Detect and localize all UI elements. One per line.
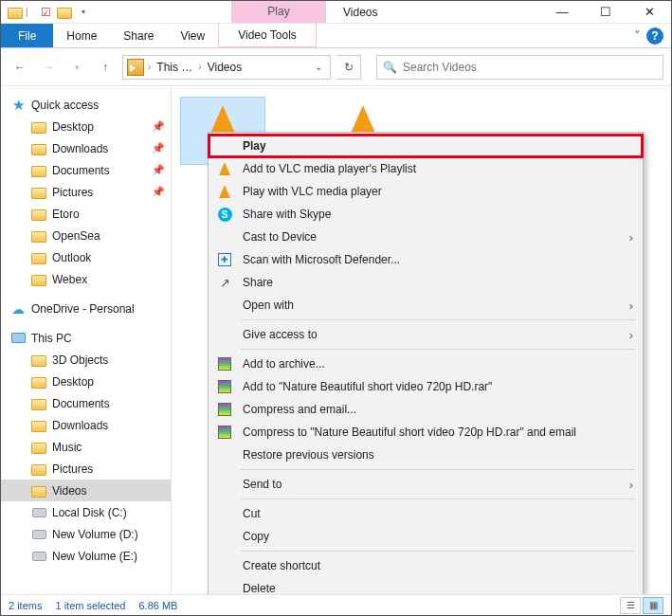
tab-video-tools[interactable]: Video Tools <box>218 23 317 47</box>
context-menu-item[interactable]: Open with› <box>209 294 643 317</box>
context-menu-label: Create shortcut <box>243 559 633 572</box>
sidebar-this-pc[interactable]: This PC <box>1 327 171 349</box>
sidebar-item-label: OneDrive - Personal <box>31 302 135 316</box>
search-icon: 🔍 <box>383 61 397 74</box>
sidebar-item[interactable]: Documents <box>1 392 171 414</box>
blank-icon <box>214 528 235 545</box>
close-button[interactable]: ✕ <box>627 1 671 24</box>
context-menu-item[interactable]: Copy <box>209 525 643 548</box>
qat-separator: | <box>26 7 35 17</box>
navigation-pane[interactable]: ★ Quick access Desktop📌Downloads📌Documen… <box>1 86 172 594</box>
context-menu-label: Add to "Nature Beautiful short video 720… <box>243 380 633 393</box>
pin-icon: 📌 <box>152 120 165 133</box>
sidebar-item[interactable]: OpenSea <box>1 225 171 246</box>
back-button[interactable]: ← <box>9 56 31 79</box>
refresh-button[interactable]: ↻ <box>336 55 361 80</box>
context-menu-item[interactable]: Compress to "Nature Beautiful short vide… <box>209 421 643 444</box>
context-menu-label: Delete <box>243 582 633 595</box>
sidebar-item-label: Desktop <box>52 375 94 389</box>
address-bar[interactable]: › This … › Videos ⌄ <box>122 55 331 80</box>
context-menu-label: Give access to <box>243 328 629 341</box>
search-input[interactable] <box>403 61 657 74</box>
icons-view-button[interactable]: ▦ <box>643 597 663 614</box>
sidebar-item[interactable]: Downloads📌 <box>1 137 171 159</box>
sidebar-item-label: Local Disk (C:) <box>52 506 127 519</box>
sidebar-item[interactable]: New Volume (D:) <box>1 523 171 545</box>
sidebar-item[interactable]: New Volume (E:) <box>1 545 171 567</box>
sidebar-item[interactable]: Documents📌 <box>1 159 171 181</box>
context-menu-item[interactable]: Cast to Device› <box>209 226 643 248</box>
context-menu-item[interactable]: Send to› <box>209 473 643 496</box>
archive-icon <box>214 378 235 395</box>
explorer-icon[interactable] <box>7 4 24 21</box>
properties-qat-icon[interactable]: ☑ <box>37 4 54 21</box>
tab-home[interactable]: Home <box>53 24 110 47</box>
context-menu-item[interactable]: ↗Share <box>209 271 643 294</box>
maximize-button[interactable]: ☐ <box>584 1 627 24</box>
search-box[interactable]: 🔍 <box>376 55 663 80</box>
context-menu-item[interactable]: Play <box>209 135 643 157</box>
vlc-file-icon <box>335 98 391 136</box>
context-menu-label: Send to <box>243 478 629 491</box>
context-menu-separator <box>241 469 635 470</box>
blank-icon <box>214 446 235 463</box>
chevron-right-icon[interactable]: › <box>196 62 203 72</box>
recent-locations-icon[interactable]: ▾ <box>65 56 88 79</box>
context-menu-item[interactable]: Add to VLC media player's Playlist <box>209 157 643 180</box>
sidebar-onedrive[interactable]: ☁ OneDrive - Personal <box>1 298 171 319</box>
archive-icon <box>214 401 235 418</box>
details-view-button[interactable]: ☰ <box>620 597 641 614</box>
sidebar-item[interactable]: Etoro <box>1 203 171 225</box>
context-menu-item[interactable]: ✚Scan with Microsoft Defender... <box>209 248 643 271</box>
help-icon[interactable]: ? <box>646 27 663 45</box>
sidebar-item[interactable]: Pictures <box>1 458 171 480</box>
tab-view[interactable]: View <box>167 24 218 47</box>
context-menu-item[interactable]: Create shortcut <box>209 554 643 577</box>
title-bar: | ☑ ▾ Play Videos — ☐ ✕ <box>1 1 671 24</box>
breadcrumb-segment[interactable]: Videos <box>206 61 244 74</box>
sidebar-item[interactable]: Videos <box>1 480 171 501</box>
sidebar-item[interactable]: Outlook <box>1 246 171 268</box>
qat-dropdown-icon[interactable]: ▾ <box>75 4 92 21</box>
context-menu-separator <box>241 349 635 350</box>
context-menu-item[interactable]: Give access to› <box>209 323 643 346</box>
context-menu-label: Restore previous versions <box>243 448 633 462</box>
context-menu-item[interactable]: SShare with Skype <box>209 203 643 226</box>
tab-file[interactable]: File <box>1 24 53 47</box>
context-menu-label: Cut <box>243 507 633 520</box>
sidebar-item[interactable]: Pictures📌 <box>1 181 171 203</box>
context-menu-item[interactable]: Add to archive... <box>209 353 643 375</box>
new-folder-qat-icon[interactable] <box>56 4 73 21</box>
sidebar-item[interactable]: Local Disk (C:) <box>1 501 171 523</box>
sidebar-item[interactable]: Webex <box>1 268 171 290</box>
tab-share[interactable]: Share <box>110 24 167 47</box>
context-menu-item[interactable]: Restore previous versions <box>209 444 643 466</box>
context-menu-item[interactable]: Add to "Nature Beautiful short video 720… <box>209 375 643 398</box>
sidebar-item[interactable]: Desktop <box>1 371 171 392</box>
sidebar-item-label: New Volume (D:) <box>52 528 138 541</box>
sidebar-item[interactable]: Music <box>1 436 171 458</box>
sidebar-item-label: OpenSea <box>52 229 100 243</box>
minimize-button[interactable]: — <box>540 1 584 24</box>
ribbon-expand-icon[interactable]: ˅ <box>634 28 641 43</box>
sidebar-item-label: Downloads <box>52 142 108 155</box>
pin-icon: 📌 <box>152 164 165 176</box>
sidebar-item[interactable]: 3D Objects <box>1 349 171 371</box>
status-size: 6.86 MB <box>138 600 177 611</box>
blank-icon <box>214 326 235 343</box>
sidebar-quick-access[interactable]: ★ Quick access <box>1 94 171 116</box>
folder-icon <box>31 141 46 156</box>
folder-icon <box>31 374 46 390</box>
context-menu-item[interactable]: Play with VLC media player <box>209 180 643 203</box>
sidebar-item[interactable]: Desktop📌 <box>1 116 171 137</box>
address-dropdown-icon[interactable]: ⌄ <box>311 62 326 72</box>
sidebar-item[interactable]: Downloads <box>1 414 171 436</box>
breadcrumb-segment[interactable]: This … <box>154 61 194 74</box>
up-button[interactable]: ↑ <box>94 56 117 79</box>
context-menu-item[interactable]: Cut <box>209 502 643 525</box>
chevron-right-icon[interactable]: › <box>146 62 153 72</box>
context-menu-item[interactable]: Compress and email... <box>209 398 643 421</box>
sidebar-item-label: Pictures <box>52 462 93 476</box>
forward-button[interactable]: → <box>37 56 60 79</box>
folder-icon <box>31 272 46 287</box>
